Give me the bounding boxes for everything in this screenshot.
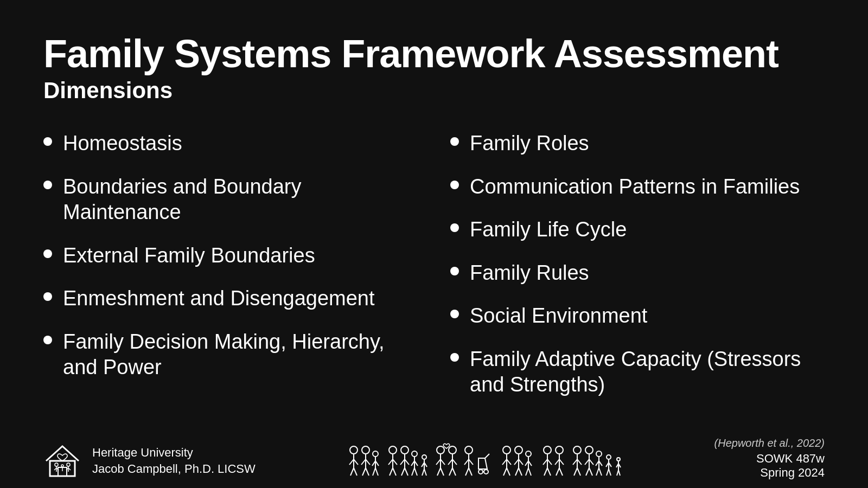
svg-line-97 xyxy=(544,468,547,476)
bullet-item: Enmeshment and Disengagement xyxy=(43,286,418,312)
left-column: Homeostasis Boundaries and Boundary Main… xyxy=(43,131,418,477)
svg-line-39 xyxy=(405,459,409,465)
bullet-item: Family Rules xyxy=(450,260,825,286)
svg-line-104 xyxy=(559,468,563,476)
svg-point-111 xyxy=(585,446,593,454)
bullet-text: Family Rules xyxy=(470,260,589,286)
svg-line-71 xyxy=(469,468,472,476)
svg-line-78 xyxy=(507,459,511,465)
svg-line-91 xyxy=(526,468,528,476)
svg-line-68 xyxy=(464,459,469,465)
footer-left: Heritage University Jacob Campbell, Ph.D… xyxy=(43,442,256,480)
svg-line-127 xyxy=(607,469,609,476)
svg-line-57 xyxy=(441,459,445,465)
svg-line-64 xyxy=(449,468,452,476)
svg-point-54 xyxy=(437,446,444,454)
svg-line-96 xyxy=(547,459,552,465)
bullet-item: Homeostasis xyxy=(43,131,418,157)
right-column: Family Roles Communication Patterns in F… xyxy=(450,131,825,477)
svg-line-59 xyxy=(441,468,444,476)
bullet-text: Boundaries and Boundary Maintenance xyxy=(63,174,418,226)
subtitle: Dimensions xyxy=(43,78,825,104)
bullet-dot xyxy=(43,336,52,344)
svg-line-114 xyxy=(589,459,593,465)
svg-line-23 xyxy=(366,468,369,476)
svg-line-69 xyxy=(469,459,473,465)
svg-line-102 xyxy=(559,459,564,465)
slide-container: Family Systems Framework Assessment Dime… xyxy=(0,0,868,488)
svg-line-95 xyxy=(543,459,547,465)
bullet-item: Family Decision Making, Hierarchy, and P… xyxy=(43,329,418,381)
svg-line-74 xyxy=(485,454,489,458)
svg-line-79 xyxy=(503,468,507,476)
svg-line-109 xyxy=(574,468,577,476)
svg-point-12 xyxy=(350,446,358,454)
svg-point-117 xyxy=(596,451,602,457)
bullet-dot xyxy=(450,137,459,146)
bullet-text: Family Life Cycle xyxy=(470,217,627,243)
svg-point-73 xyxy=(484,470,488,474)
svg-line-34 xyxy=(390,468,393,476)
svg-point-99 xyxy=(556,446,563,454)
svg-line-83 xyxy=(514,459,519,465)
svg-line-122 xyxy=(599,468,602,476)
svg-line-121 xyxy=(596,468,599,476)
bullet-item: Communication Patterns in Families xyxy=(450,174,825,200)
svg-line-115 xyxy=(586,468,589,476)
svg-point-129 xyxy=(617,458,620,461)
bullet-item: Boundaries and Boundary Maintenance xyxy=(43,174,418,226)
svg-line-15 xyxy=(354,459,358,465)
svg-line-92 xyxy=(528,468,531,476)
bullet-dot xyxy=(450,267,459,275)
bullet-item: Family Life Cycle xyxy=(450,217,825,243)
svg-line-80 xyxy=(507,468,510,476)
svg-line-52 xyxy=(422,469,424,476)
svg-point-10 xyxy=(61,465,63,467)
svg-point-30 xyxy=(389,446,397,454)
svg-line-113 xyxy=(585,459,589,465)
svg-line-38 xyxy=(400,459,405,465)
svg-line-56 xyxy=(436,459,441,465)
bullet-text: Family Adaptive Capacity (Stressors and … xyxy=(470,346,825,398)
svg-line-17 xyxy=(354,468,357,476)
instructor-name: Jacob Campbell, Ph.D. LICSW xyxy=(92,462,256,476)
svg-point-42 xyxy=(412,451,417,457)
svg-point-93 xyxy=(544,446,551,454)
svg-line-98 xyxy=(547,468,551,476)
institution-name: Heritage University xyxy=(92,446,256,460)
bullet-text: Social Environment xyxy=(470,303,647,329)
svg-line-110 xyxy=(577,468,580,476)
main-title: Family Systems Framework Assessment xyxy=(43,33,825,75)
bullet-item: External Family Boundaries xyxy=(43,243,418,269)
svg-line-40 xyxy=(401,468,405,476)
institution-info: Heritage University Jacob Campbell, Ph.D… xyxy=(92,446,256,476)
bullet-text: Family Decision Making, Hierarchy, and P… xyxy=(63,329,418,381)
svg-line-14 xyxy=(349,459,354,465)
bullet-dot xyxy=(43,292,52,301)
svg-line-65 xyxy=(452,468,456,476)
svg-line-53 xyxy=(424,469,426,476)
svg-line-107 xyxy=(573,459,577,465)
svg-line-101 xyxy=(555,459,559,465)
svg-line-35 xyxy=(393,468,396,476)
svg-point-2 xyxy=(55,463,58,466)
svg-line-32 xyxy=(388,459,393,465)
svg-point-66 xyxy=(465,446,473,454)
svg-line-28 xyxy=(373,468,375,476)
svg-line-84 xyxy=(519,459,523,465)
bullet-item: Social Environment xyxy=(450,303,825,329)
svg-line-29 xyxy=(375,468,378,476)
svg-line-77 xyxy=(502,459,507,465)
svg-line-85 xyxy=(515,468,519,476)
svg-point-18 xyxy=(362,446,369,454)
svg-line-58 xyxy=(437,468,441,476)
svg-line-62 xyxy=(448,459,452,465)
bullet-text: Family Roles xyxy=(470,131,589,157)
svg-line-33 xyxy=(393,459,397,465)
svg-line-20 xyxy=(361,459,366,465)
svg-line-22 xyxy=(362,468,366,476)
bullet-dot xyxy=(43,181,52,189)
bullet-text: External Family Boundaries xyxy=(63,243,315,269)
svg-line-41 xyxy=(405,468,408,476)
svg-point-48 xyxy=(422,455,426,459)
